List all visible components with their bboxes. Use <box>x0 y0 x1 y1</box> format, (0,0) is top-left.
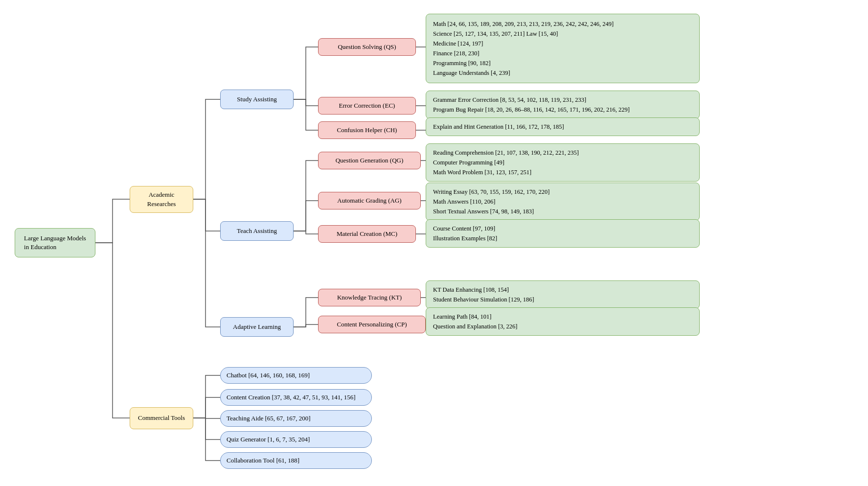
commercial-label: Commercial Tools <box>138 414 185 422</box>
qs-node: Question Solving (QS) <box>318 38 416 56</box>
ag-detail-text: Writing Essay [63, 70, 155, 159, 162, 17… <box>433 188 549 215</box>
kt-label: Knowledge Tracing (KT) <box>337 293 402 302</box>
ag-node: Automatic Grading (AG) <box>318 192 421 209</box>
adaptive-learning-node: Adaptive Learning <box>220 317 294 337</box>
teach-label: Teach Assisting <box>237 227 277 235</box>
commercial-tools-node: Commercial Tools <box>130 407 193 429</box>
qs-detail-text: Math [24, 66, 135, 189, 208, 209, 213, 2… <box>433 21 614 76</box>
adaptive-label: Adaptive Learning <box>233 323 281 331</box>
kt-detail-text: KT Data Enhancing [108, 154] Student Beh… <box>433 286 534 303</box>
teach-assisting-node: Teach Assisting <box>220 221 294 241</box>
kt-detail: KT Data Enhancing [108, 154] Student Beh… <box>426 280 700 309</box>
content-creation-node: Content Creation [37, 38, 42, 47, 51, 93… <box>220 389 372 406</box>
kt-node: Knowledge Tracing (KT) <box>318 289 421 306</box>
study-assisting-node: Study Assisting <box>220 90 294 109</box>
ch-label: Confusion Helper (CH) <box>337 126 397 135</box>
ec-detail: Grammar Error Correction [8, 53, 54, 102… <box>426 91 700 119</box>
mc-label: Material Creation (MC) <box>337 230 397 238</box>
root-label: Large Language Models in Education <box>24 234 86 252</box>
qg-node: Question Generation (QG) <box>318 152 421 169</box>
mc-detail: Course Content [97, 109] Illustration Ex… <box>426 219 700 248</box>
teaching-aide-label: Teaching Aide [65, 67, 167, 200] <box>227 415 311 422</box>
qs-detail: Math [24, 66, 135, 189, 208, 209, 213, 2… <box>426 14 700 83</box>
academic-researches-node: Academic Researches <box>130 186 193 213</box>
mc-detail-text: Course Content [97, 109] Illustration Ex… <box>433 225 497 242</box>
ec-detail-text: Grammar Error Correction [8, 53, 54, 102… <box>433 96 630 113</box>
root-node: Large Language Models in Education <box>15 228 95 257</box>
ch-detail: Explain and Hint Generation [11, 166, 17… <box>426 117 700 136</box>
qg-detail-text: Reading Comprehension [21, 107, 138, 190… <box>433 149 579 176</box>
teaching-aide-node: Teaching Aide [65, 67, 167, 200] <box>220 410 372 427</box>
content-creation-label: Content Creation [37, 38, 42, 47, 51, 93… <box>227 393 356 401</box>
cp-node: Content Personalizing (CP) <box>318 316 426 333</box>
chatbot-node: Chatbot [64, 146, 160, 168, 169] <box>220 367 372 384</box>
qg-detail: Reading Comprehension [21, 107, 138, 190… <box>426 143 700 182</box>
qg-label: Question Generation (QG) <box>336 156 404 165</box>
ag-detail: Writing Essay [63, 70, 155, 159, 162, 17… <box>426 183 700 221</box>
quiz-gen-label: Quiz Generator [1, 6, 7, 35, 204] <box>227 436 310 443</box>
collab-label: Collaboration Tool [61, 188] <box>227 457 299 464</box>
mc-node: Material Creation (MC) <box>318 225 416 243</box>
qs-label: Question Solving (QS) <box>338 43 396 51</box>
academic-label: Academic Researches <box>147 190 176 208</box>
ch-node: Confusion Helper (CH) <box>318 121 416 139</box>
cp-detail: Learning Path [84, 101] Question and Exp… <box>426 307 700 336</box>
cp-label: Content Personalizing (CP) <box>337 320 407 329</box>
chatbot-label: Chatbot [64, 146, 160, 168, 169] <box>227 371 310 379</box>
collab-tool-node: Collaboration Tool [61, 188] <box>220 452 372 469</box>
ec-label: Error Correction (EC) <box>339 101 395 110</box>
study-label: Study Assisting <box>237 95 276 104</box>
cp-detail-text: Learning Path [84, 101] Question and Exp… <box>433 313 518 330</box>
diagram: Large Language Models in Education Acade… <box>0 0 868 486</box>
ag-label: Automatic Grading (AG) <box>337 196 401 205</box>
quiz-generator-node: Quiz Generator [1, 6, 7, 35, 204] <box>220 431 372 448</box>
ch-detail-text: Explain and Hint Generation [11, 166, 17… <box>433 123 564 130</box>
ec-node: Error Correction (EC) <box>318 97 416 115</box>
